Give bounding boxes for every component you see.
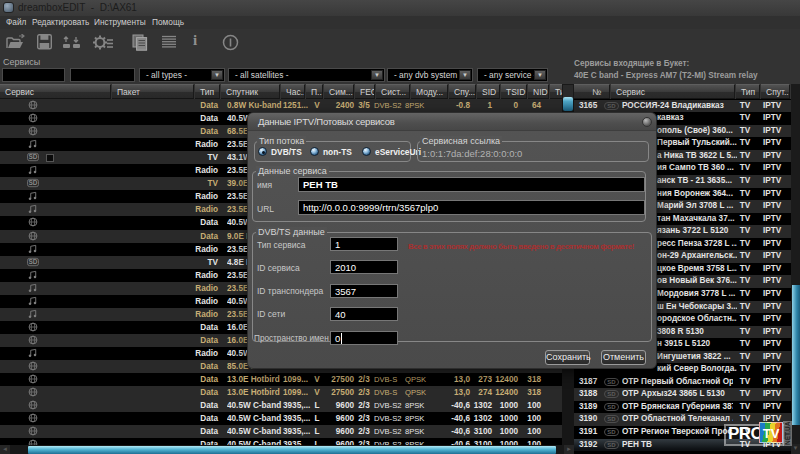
svg-text:SD: SD (29, 153, 38, 160)
svg-text:SD: SD (29, 258, 38, 265)
svg-text:SD: SD (29, 180, 38, 187)
